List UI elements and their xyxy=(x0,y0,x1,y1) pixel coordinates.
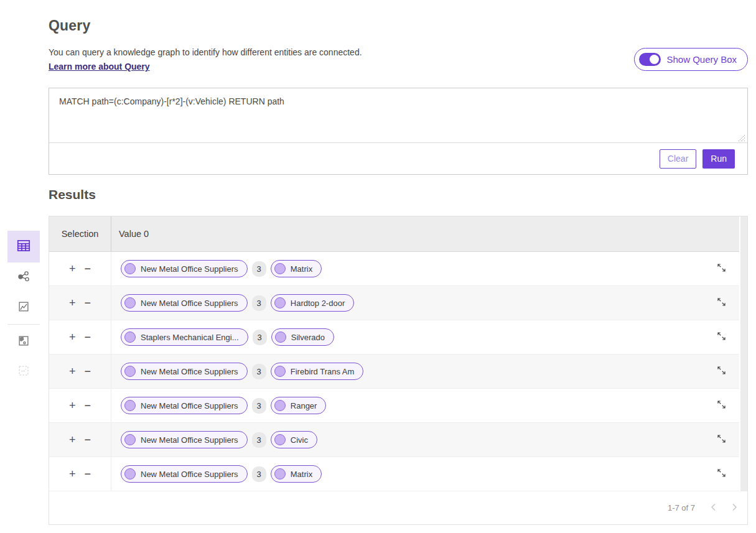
node-icon xyxy=(274,366,286,377)
source-entity-label: Staplers Mechanical Engi... xyxy=(141,333,239,342)
dashed-box-icon xyxy=(17,364,30,379)
table-header: Selection Value 0 xyxy=(49,216,747,252)
chevron-right-icon xyxy=(732,503,737,513)
expand-row-button[interactable] xyxy=(716,297,727,309)
target-entity-pill[interactable]: Silverado xyxy=(271,328,334,346)
add-to-selection-button[interactable]: + xyxy=(69,263,76,274)
graph-icon xyxy=(16,269,31,286)
expand-diagonal-icon xyxy=(716,433,727,446)
target-entity-pill[interactable]: Civic xyxy=(271,431,317,448)
target-entity-pill[interactable]: Ranger xyxy=(271,397,327,414)
node-icon xyxy=(275,331,286,343)
table-scrollbar[interactable] xyxy=(739,216,747,491)
selection-cell: + − xyxy=(49,423,111,457)
add-to-selection-button[interactable]: + xyxy=(69,297,76,308)
show-query-box-toggle[interactable]: Show Query Box xyxy=(634,48,748,71)
source-entity-label: New Metal Office Suppliers xyxy=(141,299,238,308)
value-cell: New Metal Office Suppliers 3 Matrix xyxy=(111,457,747,491)
expand-row-button[interactable] xyxy=(716,468,727,480)
node-icon xyxy=(124,400,136,411)
source-entity-pill[interactable]: New Metal Office Suppliers xyxy=(121,431,248,448)
target-entity-pill[interactable]: Hardtop 2-door xyxy=(271,294,354,312)
remove-from-selection-button[interactable]: − xyxy=(85,366,91,377)
value-cell: New Metal Office Suppliers 3 Matrix xyxy=(111,252,747,285)
node-icon xyxy=(124,468,136,480)
expand-diagonal-icon xyxy=(716,468,727,480)
remove-from-selection-button[interactable]: − xyxy=(85,434,91,445)
query-input[interactable]: MATCH path=(c:Company)-[r*2]-(v:Vehicle)… xyxy=(49,88,747,143)
hop-count-badge: 3 xyxy=(252,398,266,414)
sidebar-item-selection-view[interactable] xyxy=(7,356,40,386)
source-entity-pill[interactable]: New Metal Office Suppliers xyxy=(121,294,248,312)
learn-more-link[interactable]: Learn more about Query xyxy=(49,62,150,72)
expand-diagonal-icon xyxy=(716,262,727,275)
run-button[interactable]: Run xyxy=(702,149,735,169)
source-entity-pill[interactable]: New Metal Office Suppliers xyxy=(121,363,248,380)
remove-from-selection-button[interactable]: − xyxy=(85,331,91,343)
add-to-selection-button[interactable]: + xyxy=(69,468,76,480)
remove-from-selection-button[interactable]: − xyxy=(85,400,91,411)
target-entity-pill[interactable]: Matrix xyxy=(271,260,322,277)
selection-cell: + − xyxy=(49,389,111,422)
sidebar-item-map-view[interactable] xyxy=(7,327,40,356)
value-cell: New Metal Office Suppliers 3 Civic xyxy=(111,423,747,457)
page-description: You can query a knowledge graph to ident… xyxy=(49,47,362,57)
table-row: + − New Metal Office Suppliers 3 Civic xyxy=(49,423,747,457)
remove-from-selection-button[interactable]: − xyxy=(85,297,91,308)
results-title: Results xyxy=(49,187,96,202)
selection-cell: + − xyxy=(49,252,111,285)
sidebar-item-graph-view[interactable] xyxy=(7,262,40,292)
selection-cell: + − xyxy=(49,457,111,491)
source-entity-pill[interactable]: New Metal Office Suppliers xyxy=(121,397,248,414)
node-icon xyxy=(124,434,136,445)
node-icon xyxy=(274,297,286,308)
expand-row-button[interactable] xyxy=(716,331,727,343)
source-entity-label: New Metal Office Suppliers xyxy=(141,470,238,479)
expand-row-button[interactable] xyxy=(716,433,727,446)
add-to-selection-button[interactable]: + xyxy=(69,434,76,445)
page-title: Query xyxy=(49,17,90,34)
source-entity-label: New Metal Office Suppliers xyxy=(141,435,238,445)
target-entity-label: Firebird Trans Am xyxy=(291,367,355,376)
source-entity-pill[interactable]: New Metal Office Suppliers xyxy=(121,260,248,277)
remove-from-selection-button[interactable]: − xyxy=(85,263,91,274)
target-entity-pill[interactable]: Matrix xyxy=(271,465,322,483)
chevron-left-icon xyxy=(711,503,716,513)
table-row: + − New Metal Office Suppliers 3 Matrix xyxy=(49,457,747,491)
add-to-selection-button[interactable]: + xyxy=(69,366,76,377)
expand-row-button[interactable] xyxy=(716,399,727,412)
expand-diagonal-icon xyxy=(716,399,727,412)
pagination-prev-button[interactable] xyxy=(711,503,716,513)
node-icon xyxy=(124,366,136,377)
clear-button[interactable]: Clear xyxy=(660,149,696,169)
remove-from-selection-button[interactable]: − xyxy=(85,468,91,480)
expand-diagonal-icon xyxy=(716,331,727,343)
hop-count-badge: 3 xyxy=(252,466,266,482)
query-page: Query You can query a knowledge graph to… xyxy=(0,0,756,533)
source-entity-label: New Metal Office Suppliers xyxy=(141,367,238,376)
toggle-switch-track[interactable] xyxy=(639,53,661,66)
table-row: + − New Metal Office Suppliers 3 Ranger xyxy=(49,389,747,423)
expand-row-button[interactable] xyxy=(716,365,727,378)
results-table: Selection Value 0 + − New Metal Office S… xyxy=(49,216,748,525)
value-cell: New Metal Office Suppliers 3 Hardtop 2-d… xyxy=(111,286,747,320)
pagination-next-button[interactable] xyxy=(732,503,737,513)
table-footer: 1-7 of 7 xyxy=(49,491,747,524)
source-entity-label: New Metal Office Suppliers xyxy=(141,401,238,410)
results-view-sidebar xyxy=(7,231,40,386)
node-icon xyxy=(274,468,286,480)
expand-row-button[interactable] xyxy=(716,262,727,275)
source-entity-pill[interactable]: Staplers Mechanical Engi... xyxy=(121,328,248,346)
add-to-selection-button[interactable]: + xyxy=(69,400,76,411)
target-entity-pill[interactable]: Firebird Trans Am xyxy=(271,363,364,380)
source-entity-pill[interactable]: New Metal Office Suppliers xyxy=(121,465,248,483)
hop-count-badge: 3 xyxy=(252,432,266,448)
line-chart-icon xyxy=(17,300,30,315)
target-entity-label: Civic xyxy=(291,435,308,445)
column-header-value0: Value 0 xyxy=(111,216,747,251)
query-actions-bar: Clear Run xyxy=(49,143,747,174)
sidebar-item-table-view[interactable] xyxy=(7,231,40,262)
sidebar-item-chart-view[interactable] xyxy=(7,292,40,322)
hop-count-badge: 3 xyxy=(253,330,267,345)
add-to-selection-button[interactable]: + xyxy=(69,331,76,343)
